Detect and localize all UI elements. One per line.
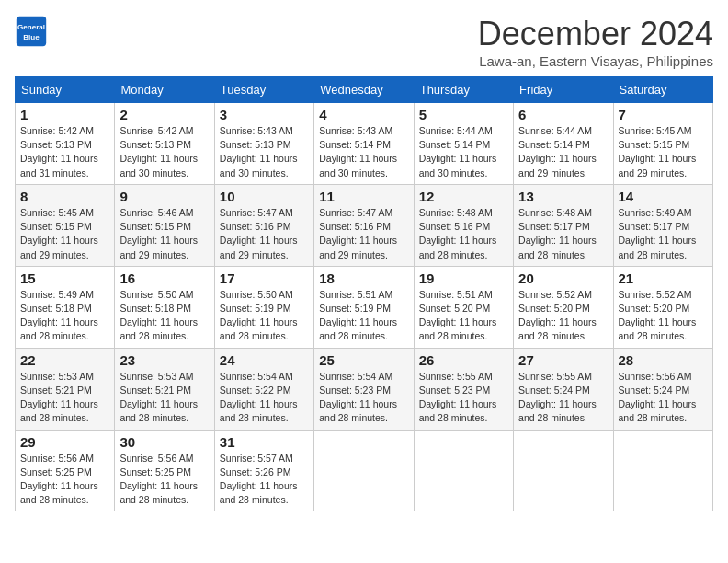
- day-number: 12: [419, 189, 508, 204]
- location-title: Lawa-an, Eastern Visayas, Philippines: [478, 53, 713, 69]
- table-row: 26Sunrise: 5:55 AMSunset: 5:23 PMDayligh…: [414, 348, 513, 430]
- col-monday: Monday: [115, 77, 214, 103]
- day-number: 18: [319, 270, 408, 286]
- table-row: 8Sunrise: 5:45 AMSunset: 5:15 PMDaylight…: [16, 184, 115, 266]
- day-info: Sunrise: 5:52 AMSunset: 5:20 PMDaylight:…: [619, 288, 708, 344]
- day-number: 15: [20, 270, 109, 286]
- day-number: 8: [20, 189, 109, 204]
- table-row: 25Sunrise: 5:54 AMSunset: 5:23 PMDayligh…: [314, 348, 414, 430]
- table-row: 23Sunrise: 5:53 AMSunset: 5:21 PMDayligh…: [115, 348, 214, 430]
- table-row: 4Sunrise: 5:43 AMSunset: 5:14 PMDaylight…: [314, 103, 414, 185]
- day-number: 31: [220, 434, 309, 450]
- table-row: 14Sunrise: 5:49 AMSunset: 5:17 PMDayligh…: [613, 184, 712, 266]
- table-row: 15Sunrise: 5:49 AMSunset: 5:18 PMDayligh…: [16, 266, 115, 348]
- day-number: 2: [119, 107, 209, 122]
- day-info: Sunrise: 5:45 AMSunset: 5:15 PMDaylight:…: [20, 206, 109, 262]
- table-row: 12Sunrise: 5:48 AMSunset: 5:16 PMDayligh…: [414, 184, 513, 266]
- col-tuesday: Tuesday: [214, 77, 313, 103]
- table-row: 2Sunrise: 5:42 AMSunset: 5:13 PMDaylight…: [115, 103, 214, 185]
- day-number: 26: [419, 352, 508, 368]
- day-number: 5: [419, 107, 508, 122]
- month-title: December 2024: [478, 15, 713, 53]
- calendar-week-row: 15Sunrise: 5:49 AMSunset: 5:18 PMDayligh…: [16, 266, 713, 348]
- page-header: General Blue December 2024 Lawa-an, East…: [15, 15, 713, 69]
- day-info: Sunrise: 5:56 AMSunset: 5:25 PMDaylight:…: [119, 452, 209, 508]
- day-number: 30: [119, 434, 209, 450]
- day-info: Sunrise: 5:48 AMSunset: 5:16 PMDaylight:…: [419, 206, 508, 262]
- title-block: December 2024 Lawa-an, Eastern Visayas, …: [478, 15, 713, 69]
- day-number: 25: [319, 352, 408, 368]
- day-info: Sunrise: 5:44 AMSunset: 5:14 PMDaylight:…: [518, 124, 608, 180]
- day-number: 27: [518, 352, 608, 368]
- day-info: Sunrise: 5:54 AMSunset: 5:23 PMDaylight:…: [319, 370, 408, 426]
- table-row: 9Sunrise: 5:46 AMSunset: 5:15 PMDaylight…: [115, 184, 214, 266]
- table-row: 17Sunrise: 5:50 AMSunset: 5:19 PMDayligh…: [214, 266, 313, 348]
- day-info: Sunrise: 5:42 AMSunset: 5:13 PMDaylight:…: [119, 124, 209, 180]
- day-number: 22: [20, 352, 109, 368]
- day-info: Sunrise: 5:47 AMSunset: 5:16 PMDaylight:…: [319, 206, 408, 262]
- col-saturday: Saturday: [613, 77, 712, 103]
- logo: General Blue: [15, 15, 48, 48]
- day-info: Sunrise: 5:43 AMSunset: 5:14 PMDaylight:…: [319, 124, 408, 180]
- table-row: 13Sunrise: 5:48 AMSunset: 5:17 PMDayligh…: [514, 184, 613, 266]
- day-info: Sunrise: 5:52 AMSunset: 5:20 PMDaylight:…: [518, 288, 608, 344]
- col-friday: Friday: [514, 77, 613, 103]
- day-info: Sunrise: 5:51 AMSunset: 5:20 PMDaylight:…: [419, 288, 508, 344]
- table-row: [514, 430, 613, 511]
- logo-icon: General Blue: [15, 15, 48, 48]
- table-row: 29Sunrise: 5:56 AMSunset: 5:25 PMDayligh…: [16, 430, 115, 511]
- svg-text:Blue: Blue: [23, 33, 40, 41]
- day-number: 23: [119, 352, 209, 368]
- day-info: Sunrise: 5:50 AMSunset: 5:19 PMDaylight:…: [220, 288, 309, 344]
- table-row: 22Sunrise: 5:53 AMSunset: 5:21 PMDayligh…: [16, 348, 115, 430]
- table-row: 24Sunrise: 5:54 AMSunset: 5:22 PMDayligh…: [214, 348, 313, 430]
- table-row: 6Sunrise: 5:44 AMSunset: 5:14 PMDaylight…: [514, 103, 613, 185]
- day-number: 13: [518, 189, 608, 204]
- day-info: Sunrise: 5:45 AMSunset: 5:15 PMDaylight:…: [619, 124, 708, 180]
- day-info: Sunrise: 5:54 AMSunset: 5:22 PMDaylight:…: [220, 370, 309, 426]
- table-row: [414, 430, 513, 511]
- day-info: Sunrise: 5:56 AMSunset: 5:25 PMDaylight:…: [20, 452, 109, 508]
- calendar-week-row: 29Sunrise: 5:56 AMSunset: 5:25 PMDayligh…: [16, 430, 713, 511]
- day-info: Sunrise: 5:50 AMSunset: 5:18 PMDaylight:…: [119, 288, 209, 344]
- day-info: Sunrise: 5:51 AMSunset: 5:19 PMDaylight:…: [319, 288, 408, 344]
- day-number: 28: [619, 352, 708, 368]
- table-row: [314, 430, 414, 511]
- table-row: 5Sunrise: 5:44 AMSunset: 5:14 PMDaylight…: [414, 103, 513, 185]
- day-number: 4: [319, 107, 408, 122]
- table-row: 18Sunrise: 5:51 AMSunset: 5:19 PMDayligh…: [314, 266, 414, 348]
- day-info: Sunrise: 5:42 AMSunset: 5:13 PMDaylight:…: [20, 124, 109, 180]
- day-info: Sunrise: 5:49 AMSunset: 5:18 PMDaylight:…: [20, 288, 109, 344]
- day-info: Sunrise: 5:43 AMSunset: 5:13 PMDaylight:…: [220, 124, 309, 180]
- day-number: 1: [20, 107, 109, 122]
- day-number: 7: [619, 107, 708, 122]
- day-number: 19: [419, 270, 508, 286]
- table-row: 21Sunrise: 5:52 AMSunset: 5:20 PMDayligh…: [613, 266, 712, 348]
- table-row: 31Sunrise: 5:57 AMSunset: 5:26 PMDayligh…: [214, 430, 313, 511]
- calendar-week-row: 22Sunrise: 5:53 AMSunset: 5:21 PMDayligh…: [16, 348, 713, 430]
- day-number: 17: [220, 270, 309, 286]
- table-row: 11Sunrise: 5:47 AMSunset: 5:16 PMDayligh…: [314, 184, 414, 266]
- calendar-header-row: Sunday Monday Tuesday Wednesday Thursday…: [16, 77, 713, 103]
- calendar-week-row: 8Sunrise: 5:45 AMSunset: 5:15 PMDaylight…: [16, 184, 713, 266]
- day-number: 29: [20, 434, 109, 450]
- table-row: 19Sunrise: 5:51 AMSunset: 5:20 PMDayligh…: [414, 266, 513, 348]
- col-sunday: Sunday: [16, 77, 115, 103]
- table-row: 10Sunrise: 5:47 AMSunset: 5:16 PMDayligh…: [214, 184, 313, 266]
- day-number: 14: [619, 189, 708, 204]
- day-info: Sunrise: 5:56 AMSunset: 5:24 PMDaylight:…: [619, 370, 708, 426]
- table-row: [613, 430, 712, 511]
- table-row: 20Sunrise: 5:52 AMSunset: 5:20 PMDayligh…: [514, 266, 613, 348]
- table-row: 27Sunrise: 5:55 AMSunset: 5:24 PMDayligh…: [514, 348, 613, 430]
- calendar-table: Sunday Monday Tuesday Wednesday Thursday…: [15, 76, 713, 511]
- table-row: 3Sunrise: 5:43 AMSunset: 5:13 PMDaylight…: [214, 103, 313, 185]
- day-info: Sunrise: 5:55 AMSunset: 5:23 PMDaylight:…: [419, 370, 508, 426]
- day-number: 24: [220, 352, 309, 368]
- table-row: 28Sunrise: 5:56 AMSunset: 5:24 PMDayligh…: [613, 348, 712, 430]
- day-number: 9: [119, 189, 209, 204]
- day-info: Sunrise: 5:49 AMSunset: 5:17 PMDaylight:…: [619, 206, 708, 262]
- table-row: 7Sunrise: 5:45 AMSunset: 5:15 PMDaylight…: [613, 103, 712, 185]
- day-number: 10: [220, 189, 309, 204]
- day-info: Sunrise: 5:47 AMSunset: 5:16 PMDaylight:…: [220, 206, 309, 262]
- day-info: Sunrise: 5:44 AMSunset: 5:14 PMDaylight:…: [419, 124, 508, 180]
